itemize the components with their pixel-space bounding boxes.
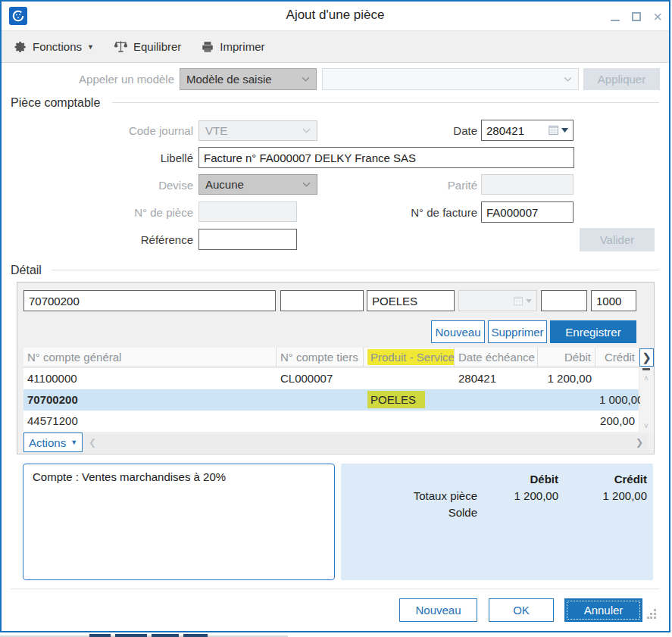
scroll-right-icon[interactable]: ❯ [636,437,643,448]
model-type-select[interactable]: Modèle de saisie [180,68,317,90]
cell-produit-service: POELES [364,389,455,411]
totaux-credit-value: 1 200,00 [561,489,647,502]
add-piece-dialog: Ajout d'une pièce × Fonctions ▼ Equilibr… [0,0,670,632]
scroll-left-icon[interactable]: ❮ [89,437,96,448]
scroll-up-icon[interactable]: ˄ [640,374,652,383]
grid-nouveau-button[interactable]: Nouveau [431,320,485,343]
code-journal-value: VTE [205,124,227,137]
horizontal-scrollbar[interactable]: ❮ ❯ [84,434,648,452]
resize-grip[interactable] [647,609,656,618]
totals-panel: Débit Crédit Totaux pièce 1 200,00 1 200… [341,464,653,580]
table-row-selected[interactable]: 70700200 POELES 1 000,00 [23,389,639,411]
chevron-down-icon: ▼ [87,43,94,51]
col-header-produit-service[interactable]: Produit - Service [364,348,455,367]
equilibrer-label: Equilibrer [133,40,181,53]
table-header-row: N° compte général N° compte tiers Produi… [23,348,639,367]
valider-button[interactable]: Valider [580,228,655,251]
produit-service-cell-highlight: POELES [367,391,425,408]
background-text-fragment [89,634,111,637]
maximize-button[interactable] [627,9,645,24]
next-column-button[interactable]: ❯ [639,348,654,367]
col-header-credit[interactable]: Crédit [595,348,639,367]
chevron-down-icon [526,299,532,303]
model-type-value: Modèle de saisie [186,73,272,86]
reference-label: Référence [2,230,193,250]
calendar-icon[interactable] [549,125,568,136]
account-note-text: Compte : Ventes marchandises à 20% [33,470,226,483]
title-bar[interactable]: Ajout d'une pièce × [2,2,669,30]
edit-debit-field[interactable] [541,290,587,311]
scrollbar-thumb[interactable] [642,368,650,370]
equilibrer-button[interactable]: Equilibrer [114,39,181,54]
table-row[interactable]: 41100000 CL000007 280421 1 200,00 [23,368,639,389]
parite-field [481,174,574,195]
window-title: Ajout d'une pièce [2,8,669,23]
produit-service-highlight: Produit - Service [367,349,455,365]
date-field[interactable]: 280421 [481,120,574,141]
group-divider [52,270,659,270]
cell-compte-tiers: CL000007 [277,368,364,389]
group-divider [112,102,659,103]
actions-label: Actions [29,436,66,449]
num-facture-label: N° de facture [305,202,477,223]
minimize-icon [611,12,620,21]
scroll-down-icon[interactable]: ˅ [640,422,652,430]
minimize-button[interactable] [606,9,624,24]
cell-compte-general: 41100000 [23,368,277,389]
gear-icon [14,40,27,54]
parite-label: Parité [305,175,477,195]
background-text-fragment [183,634,208,637]
chevron-down-icon [561,128,568,133]
close-button[interactable]: × [649,9,667,24]
background-text-fragment [152,634,179,637]
annuler-button[interactable]: Annuler [564,598,642,622]
num-facture-field[interactable] [481,201,574,223]
code-journal-select[interactable]: VTE [198,120,317,141]
num-piece-label: N° de pièce [2,202,193,223]
col-header-date-echeance[interactable]: Date échéance [455,348,538,367]
solde-label: Solde [347,506,477,519]
col-header-compte-tiers[interactable]: N° compte tiers [277,348,364,367]
fonctions-menu-button[interactable]: Fonctions ▼ [14,40,94,54]
fonctions-label: Fonctions [33,40,82,53]
totals-credit-header: Crédit [561,473,647,486]
cell-debit: 1 200,00 [538,368,595,389]
libelle-label: Libellé [2,148,193,168]
table-row[interactable]: 44571200 200,00 [23,411,639,432]
ok-button[interactable]: OK [489,598,554,622]
imprimer-label: Imprimer [220,40,264,53]
close-icon: × [653,8,662,25]
num-piece-field [198,201,297,222]
cell-compte-general: 70700200 [23,389,277,411]
edit-credit-field[interactable] [591,290,636,311]
edit-produit-service-field[interactable] [367,290,455,311]
printer-icon [201,40,214,54]
reference-field[interactable] [198,229,297,250]
model-template-select[interactable] [322,68,579,90]
footer-divider [11,589,659,589]
date-label: Date [305,120,477,141]
cell-date-echeance: 280421 [455,368,538,389]
devise-value: Aucune [205,178,244,191]
actions-menu-button[interactable]: Actions ▼ [23,432,83,452]
vertical-scrollbar[interactable]: ˄ ˅ [640,368,652,432]
appliquer-button[interactable]: Appliquer [583,68,660,90]
totaux-piece-label: Totaux pièce [347,489,477,502]
libelle-field[interactable] [198,147,574,168]
totals-debit-header: Débit [467,473,558,486]
grid-enregistrer-button[interactable]: Enregistrer [550,320,636,343]
detail-grid: Nouveau Supprimer Enregistrer N° compte … [17,282,655,454]
devise-select[interactable]: Aucune [198,174,317,195]
edit-compte-tiers-field[interactable] [280,290,364,311]
edit-compte-general-field[interactable] [23,290,276,311]
account-note-box[interactable]: Compte : Ventes marchandises à 20% [23,464,335,580]
col-header-debit[interactable]: Débit [538,348,595,367]
imprimer-button[interactable]: Imprimer [201,40,264,54]
cell-credit: 1 000,00 [595,389,639,411]
footer-nouveau-button[interactable]: Nouveau [399,598,477,622]
col-header-compte-general[interactable]: N° compte général [23,348,277,367]
edit-date-echeance-field [458,290,537,311]
cell-compte-general: 44571200 [23,411,277,432]
grid-supprimer-button[interactable]: Supprimer [488,320,547,343]
background-window-sliver [0,633,672,637]
